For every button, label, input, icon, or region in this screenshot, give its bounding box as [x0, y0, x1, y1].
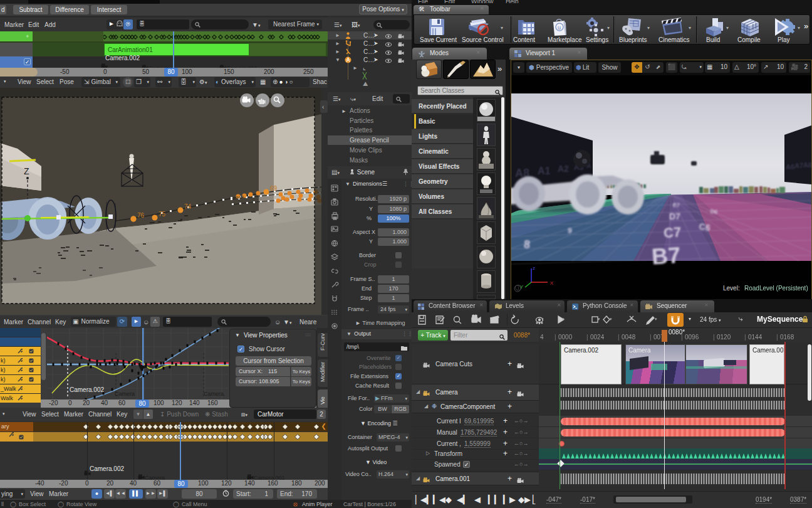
svg-text:74: 74: [184, 203, 192, 210]
svg-text:Camera.002: Camera.002: [70, 386, 104, 393]
svg-text:X: X: [550, 280, 554, 286]
svg-text:C6: C6: [699, 221, 711, 233]
svg-text:E7: E7: [673, 202, 680, 208]
svg-text:75: 75: [159, 211, 166, 218]
svg-text:D7: D7: [669, 211, 680, 221]
svg-text:‹: ‹: [322, 103, 324, 110]
svg-text:A7: A7: [794, 162, 803, 169]
svg-text:ad3: ad3: [236, 194, 244, 200]
svg-text:Camera: Camera: [115, 391, 135, 397]
svg-text:A1: A1: [538, 166, 551, 176]
svg-text:D6: D6: [710, 208, 718, 216]
svg-text:Z: Z: [24, 166, 29, 176]
svg-text:B7: B7: [651, 242, 682, 270]
svg-text:76: 76: [137, 212, 145, 219]
svg-text:A2: A2: [558, 164, 569, 174]
svg-text:69: 69: [270, 185, 278, 192]
svg-text:u: u: [558, 24, 561, 31]
svg-text:A6: A6: [786, 163, 794, 171]
svg-text:Camera.: Camera.: [204, 391, 226, 397]
svg-text:z: z: [533, 265, 535, 271]
svg-text:C7: C7: [663, 224, 681, 240]
svg-text:8: 8: [523, 238, 531, 251]
svg-text:A8: A8: [803, 161, 811, 169]
